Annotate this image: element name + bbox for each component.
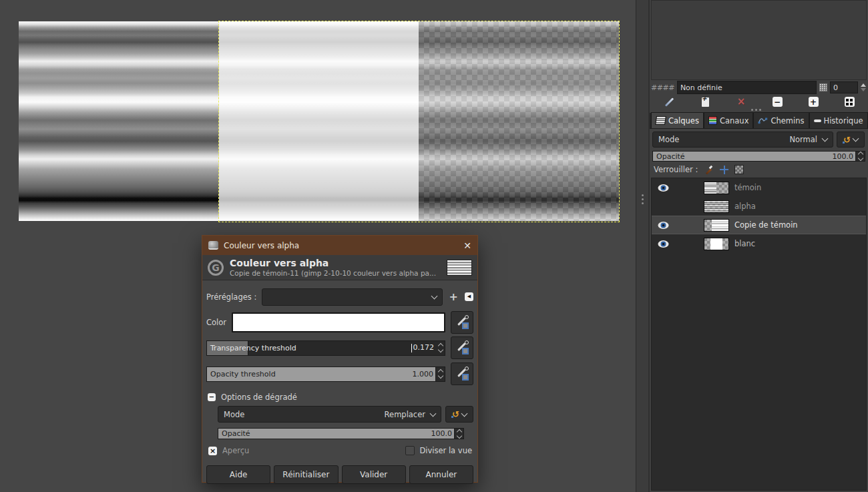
lock-alpha-icon[interactable] (734, 165, 744, 174)
gegl-logo-icon: G (208, 260, 224, 276)
blend-opacity-slider[interactable]: Opacité 100.0 (218, 428, 464, 439)
preview-label: Aperçu (222, 446, 249, 455)
split-view-label: Diviser la vue (419, 446, 472, 455)
color-label: Color (206, 318, 226, 327)
paths-icon (758, 117, 768, 124)
reset-button[interactable]: Réinitialiser (274, 465, 338, 484)
palette-columns-value[interactable]: 0 (830, 81, 858, 93)
palette-view[interactable] (651, 0, 867, 80)
preview-row: × Aperçu Diviser la vue (206, 446, 473, 455)
header-title: Couleur vers alpha (230, 258, 436, 268)
dialog-title: Couleur vers alpha (224, 241, 299, 250)
value-spinner[interactable] (435, 367, 445, 381)
collapse-icon[interactable]: − (208, 393, 216, 401)
split-view-checkbox[interactable] (405, 446, 415, 455)
value-spinner[interactable] (436, 341, 445, 355)
value-spinner[interactable] (454, 429, 463, 439)
tab-label: Historique (824, 116, 863, 126)
opacity-threshold-row: Opacity threshold 1.000 (206, 363, 473, 385)
opacity-threshold-slider[interactable]: Opacity threshold 1.000 (206, 366, 445, 382)
layer-row-temoin[interactable]: témoin (652, 178, 866, 197)
layer-thumbnail[interactable] (704, 200, 729, 213)
preset-menu-button[interactable]: ◀ (465, 292, 473, 301)
mode-label: Mode (658, 135, 679, 144)
pick-opacity-button[interactable] (451, 362, 473, 385)
eye-icon (658, 221, 669, 230)
pane-splitter[interactable] (636, 0, 649, 492)
zoom-out-button[interactable]: − (771, 95, 784, 109)
layer-name: témoin (734, 183, 761, 192)
opacity-threshold-value: 1.000 (413, 370, 436, 379)
white-overlay (219, 21, 419, 221)
transparency-threshold-label: Transparency threshold (207, 344, 296, 352)
edit-color-button[interactable] (662, 95, 676, 109)
visibility-toggle[interactable] (652, 184, 674, 192)
zoom-fit-icon (845, 97, 855, 107)
layer-row-blanc[interactable]: blanc (652, 234, 866, 253)
blend-mode-dropdown[interactable]: Mode Remplacer (218, 406, 441, 423)
layer-thumbnail[interactable] (704, 238, 729, 250)
tab-canaux[interactable]: Canaux (704, 112, 754, 128)
spin-up-icon[interactable] (861, 83, 866, 87)
tab-chemins[interactable]: Chemins (753, 112, 809, 128)
blend-mode-label: Mode (224, 410, 244, 419)
canvas-section-alpha[interactable] (419, 21, 619, 221)
opacity-spinner[interactable] (855, 152, 865, 161)
spin-down-icon[interactable] (861, 88, 866, 91)
right-dock: #### 0 + × − + Calques Canaux Chemins (649, 0, 868, 492)
lock-pixels-icon[interactable] (704, 165, 714, 175)
blend-mode-reset-button[interactable]: ↺ (445, 406, 473, 423)
alpha-stripes-overlay (419, 21, 619, 221)
mode-value: Normal (789, 135, 817, 144)
splitter-handle-icon[interactable] (642, 194, 644, 204)
wilber-icon (208, 241, 218, 250)
zoom-fit-button[interactable] (843, 95, 856, 109)
transparency-threshold-row: Transparency threshold 0.172 (206, 337, 473, 358)
add-preset-button[interactable]: + (448, 292, 459, 302)
presets-dropdown[interactable] (262, 288, 442, 306)
tab-historique[interactable]: Historique (809, 112, 868, 128)
lock-position-icon[interactable] (720, 166, 728, 174)
transparency-threshold-slider[interactable]: Transparency threshold 0.172 (206, 340, 445, 356)
layer-mode-dropdown[interactable]: Mode Normal (652, 132, 833, 148)
help-button[interactable]: Aide (206, 465, 270, 484)
layer-thumbnail[interactable] (704, 219, 729, 232)
cancel-button[interactable]: Annuler (409, 465, 473, 484)
dock-splitter-handle[interactable] (751, 109, 761, 111)
eye-icon (658, 184, 669, 192)
opacity-threshold-label: Opacity threshold (207, 370, 276, 379)
tab-label: Calques (668, 116, 699, 126)
palette-hash-label: #### (651, 83, 674, 92)
layer-name: Copie de témoin (734, 220, 798, 230)
delete-icon: × (737, 97, 746, 107)
visibility-toggle[interactable] (652, 221, 674, 230)
zoom-in-button[interactable]: + (807, 95, 820, 109)
delete-color-button[interactable]: × (734, 95, 748, 109)
blend-mode-value: Remplacer (385, 410, 425, 419)
tab-calques[interactable]: Calques (651, 112, 704, 128)
layer-opacity-slider[interactable]: Opacité 100.0 (652, 151, 865, 162)
gradient-options-expander[interactable]: − Options de dégradé (206, 393, 473, 402)
color-swatch[interactable] (232, 312, 445, 332)
canvas-section-whitened[interactable] (219, 21, 419, 221)
preview-checkbox[interactable]: × (208, 447, 217, 455)
dialog-header: G Couleur vers alpha Copie de témoin-11 … (202, 255, 477, 280)
pick-transparency-button[interactable] (451, 336, 473, 359)
dialog-buttons: Aide Réinitialiser Valider Annuler (206, 465, 473, 484)
layer-thumbnail[interactable] (704, 182, 729, 194)
transparency-threshold-value: 0.172 (411, 343, 437, 352)
palette-columns-spinner[interactable] (861, 83, 867, 91)
visibility-toggle[interactable] (652, 240, 674, 248)
canvas-section-original[interactable] (19, 21, 219, 221)
new-color-button[interactable]: + (698, 95, 712, 109)
close-icon[interactable]: ✕ (463, 241, 471, 250)
chevron-down-icon (822, 136, 829, 142)
pick-color-button[interactable] (451, 311, 473, 334)
dialog-titlebar[interactable]: Couleur vers alpha ✕ (202, 236, 477, 255)
ok-button[interactable]: Valider (342, 465, 406, 484)
palette-name-input[interactable] (677, 81, 817, 94)
layer-row-copie-de-temoin[interactable]: Copie de témoin (652, 216, 866, 234)
layer-row-alpha[interactable]: alpha (652, 197, 866, 216)
mode-reset-button[interactable]: ↺ (837, 132, 865, 148)
canvas-image[interactable] (19, 21, 619, 221)
